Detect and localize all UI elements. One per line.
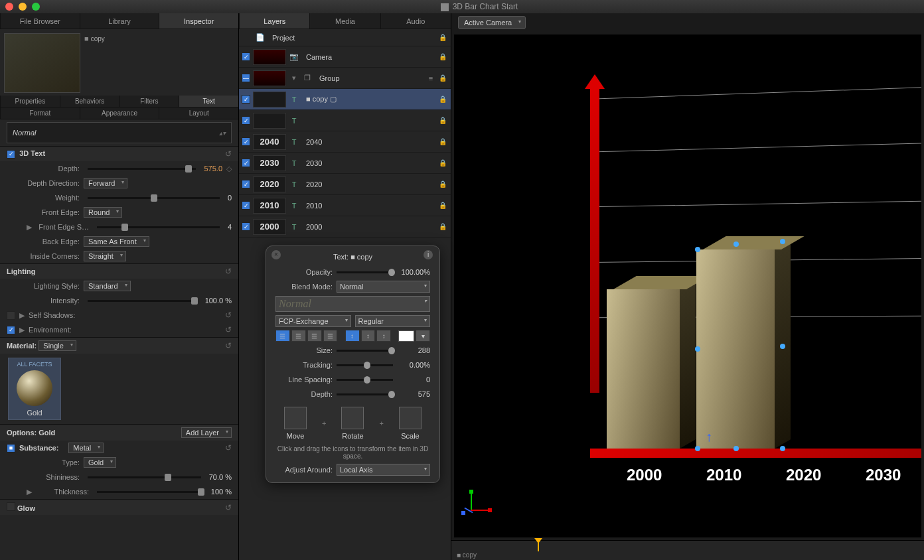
hud-move-tool[interactable]: Move [282, 407, 309, 440]
hud-close-button[interactable]: × [271, 250, 281, 259]
hud-slider-size[interactable] [337, 350, 393, 352]
align-right-button[interactable]: ☰ [307, 330, 322, 342]
style-preview[interactable]: Normal▴▾ [7, 122, 232, 143]
lock-icon[interactable]: 🔒 [439, 34, 448, 41]
zoom-window[interactable] [32, 3, 40, 11]
align-left-button[interactable]: ☰ [275, 330, 290, 342]
playhead[interactable] [538, 542, 539, 551]
layer-project[interactable]: Project [268, 34, 436, 42]
reset-selfshadows[interactable]: ↺ [225, 311, 232, 320]
layer-vis-toggle[interactable]: ✓ [242, 222, 250, 231]
slider-frontedgesize[interactable] [97, 226, 220, 228]
tab-media[interactable]: Media [309, 13, 380, 29]
layer-row[interactable]: ✓ 2010 T 2010 🔒 [239, 195, 451, 216]
hud-info-button[interactable]: i [424, 250, 433, 259]
reset-substance[interactable]: ↺ [225, 443, 232, 453]
reset-3d-text[interactable]: ↺ [225, 149, 232, 159]
layer-vis-toggle[interactable]: ✓ [242, 159, 250, 167]
val-intensity[interactable]: 100.0 % [205, 297, 232, 305]
color-swatch[interactable] [398, 330, 414, 342]
val-thickness[interactable]: 100 % [211, 488, 232, 496]
lock-icon[interactable]: 🔒 [439, 180, 448, 188]
lock-icon[interactable]: 🔒 [439, 223, 448, 230]
texttab-appearance[interactable]: Appearance [80, 107, 159, 119]
layer-vis-toggle[interactable]: ✓ [242, 137, 250, 146]
slider-intensity[interactable] [88, 300, 197, 302]
dd-insidecorners[interactable]: Straight [84, 251, 126, 261]
hud-val-linesp[interactable]: 0 [397, 376, 430, 384]
slider-weight[interactable] [88, 197, 220, 199]
close-window[interactable] [5, 3, 13, 11]
dd-substance[interactable]: Metal [68, 443, 104, 453]
hud-dd-fontstyle[interactable]: Regular [355, 315, 431, 327]
layer-item-name[interactable]: 2020 [302, 180, 436, 188]
dd-frontedge[interactable]: Round [84, 207, 122, 218]
layer-vis-toggle[interactable]: ✓ [242, 180, 250, 188]
stack-icon[interactable]: ≡ [425, 74, 436, 82]
slider-thickness[interactable] [97, 491, 203, 493]
hud-rotate-tool[interactable]: Rotate [339, 407, 366, 440]
hud-val-tracking[interactable]: 0.00% [397, 361, 430, 369]
layer-row[interactable]: ✓ T 🔒 [239, 110, 451, 131]
align-center-button[interactable]: ☰ [291, 330, 306, 342]
tab-layers[interactable]: Layers [239, 13, 309, 29]
lock-icon[interactable]: 🔒 [439, 117, 448, 124]
valign-bot-button[interactable]: ↕ [376, 330, 391, 342]
layer-vis-camera[interactable]: ✓ [242, 52, 250, 61]
subtab-text[interactable]: Text [179, 96, 238, 107]
check-selfshadows[interactable] [7, 311, 15, 320]
subtab-properties[interactable]: Properties [0, 96, 60, 107]
layer-item-name[interactable]: 2000 [302, 223, 436, 231]
layer-vis-toggle[interactable]: ✓ [242, 116, 250, 125]
timeline[interactable]: ■ copy [451, 540, 924, 560]
lock-icon[interactable]: 🔒 [439, 53, 448, 60]
val-depth[interactable]: 575.0 [204, 165, 222, 173]
tab-file-browser[interactable]: File Browser [0, 13, 80, 29]
arrow-up-icon[interactable]: ↑ [706, 429, 712, 445]
reset-glow[interactable]: ↺ [225, 503, 232, 512]
dd-lightstyle[interactable]: Standard [84, 281, 131, 291]
lock-icon[interactable]: 🔒 [439, 159, 448, 167]
reset-material[interactable]: ↺ [225, 341, 232, 350]
reset-environment[interactable]: ↺ [225, 325, 232, 334]
layer-item-name[interactable]: 2040 [302, 138, 436, 146]
dd-backedge[interactable]: Same As Front [84, 236, 149, 247]
valign-top-button[interactable]: ↕ [345, 330, 360, 342]
layer-vis-toggle[interactable]: ✓ [242, 201, 250, 210]
align-justify-button[interactable]: ☰ [323, 330, 338, 342]
layer-row[interactable]: ✓ 2040 T 2040 🔒 [239, 131, 451, 153]
layer-vis-toggle[interactable]: ✓ [242, 95, 250, 104]
minimize-window[interactable] [19, 3, 27, 11]
tab-audio[interactable]: Audio [380, 13, 451, 29]
hud-val-depth[interactable]: 575 [397, 390, 430, 398]
hud-dd-font[interactable]: FCP-Exchange [275, 315, 351, 327]
tab-inspector[interactable]: Inspector [159, 13, 238, 29]
subtab-behaviors[interactable]: Behaviors [60, 96, 119, 107]
texttab-format[interactable]: Format [0, 107, 80, 119]
material-swatch[interactable]: ALL FACETS Gold [8, 358, 61, 420]
disclosure-icon[interactable]: ▾ [289, 74, 299, 82]
layer-row[interactable]: ✓ 2000 T 2000 🔒 [239, 216, 451, 238]
hud-style-preview[interactable]: Normal [275, 296, 430, 312]
tab-library[interactable]: Library [80, 13, 159, 29]
hud-dd-blend[interactable]: Normal [337, 281, 430, 293]
dd-addlayer[interactable]: Add Layer [181, 427, 232, 438]
layer-item-name[interactable]: 2030 [302, 159, 436, 167]
layer-vis-group[interactable]: — [242, 74, 250, 82]
color-menu-button[interactable]: ▾ [416, 330, 430, 342]
check-environment[interactable]: ✓ [7, 326, 15, 334]
hud-val-size[interactable]: 288 [397, 346, 430, 354]
layer-row[interactable]: ✓ 2030 T 2030 🔒 [239, 153, 451, 174]
reset-lighting[interactable]: ↺ [225, 267, 232, 276]
check-glow[interactable] [7, 502, 15, 511]
val-weight[interactable]: 0 [228, 194, 232, 202]
layer-row[interactable]: ✓ T ■ copy ▢ 🔒 [239, 89, 451, 110]
layer-group[interactable]: Group [315, 74, 423, 82]
hud-scale-tool[interactable]: Scale [397, 407, 424, 440]
check-substance[interactable]: ■ [7, 444, 15, 453]
valign-mid-button[interactable]: ↕ [361, 330, 376, 342]
lock-icon[interactable]: 🔒 [439, 96, 448, 103]
slider-shininess[interactable] [88, 476, 201, 478]
texttab-layout[interactable]: Layout [159, 107, 238, 119]
viewport-canvas[interactable]: ↑ 2000 2010 2020 2030 [454, 35, 921, 537]
